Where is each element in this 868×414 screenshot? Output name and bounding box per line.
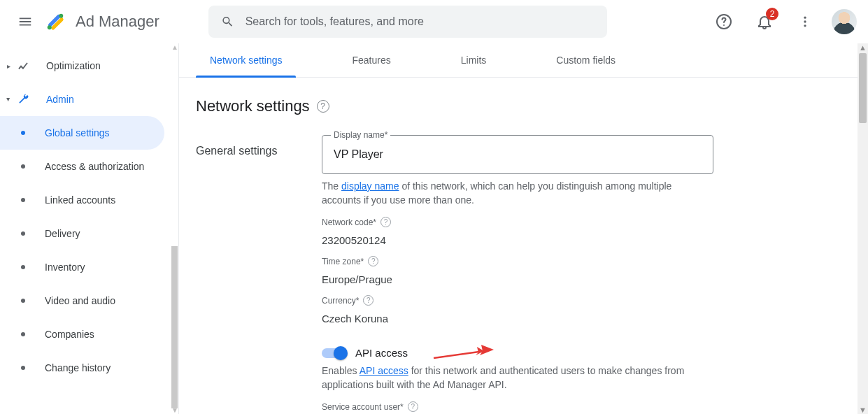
help-icon[interactable]: ?: [380, 217, 391, 227]
search-bar[interactable]: [208, 6, 607, 38]
page-title: Network settings ?: [196, 97, 851, 115]
chevron-right-icon: ▸: [7, 62, 10, 70]
tab-bar: Network settings Features Limits Custom …: [179, 43, 868, 78]
wrench-icon: [15, 93, 31, 106]
tab-custom-fields[interactable]: Custom fields: [542, 43, 629, 77]
sidebar-section-admin[interactable]: ▸ Admin: [0, 83, 178, 116]
sidebar-section-optimization[interactable]: ▸ Optimization: [0, 49, 178, 83]
optimization-icon: [15, 59, 31, 72]
display-name-helper: The display name of this network, which …: [322, 180, 713, 207]
display-name-label: Display name*: [331, 130, 390, 140]
sidebar-item-companies[interactable]: Companies: [0, 317, 164, 351]
page-scrollbar[interactable]: ▲ ▼: [858, 43, 868, 414]
help-icon[interactable]: ?: [408, 401, 418, 412]
svg-point-7: [804, 20, 806, 22]
sidebar-item-linked-accounts[interactable]: Linked accounts: [0, 183, 164, 217]
search-input[interactable]: [244, 15, 595, 29]
sidebar-label: Admin: [46, 94, 74, 105]
ad-manager-logo-icon: [45, 11, 66, 32]
api-access-helper: Enables API access for this network and …: [322, 364, 713, 392]
scroll-up-icon: ▲: [859, 43, 867, 52]
scroll-down-icon: ▼: [859, 406, 867, 414]
svg-point-6: [804, 17, 806, 19]
help-icon[interactable]: ?: [368, 256, 378, 266]
top-bar: Ad Manager 2: [0, 0, 868, 43]
sidebar-item-inventory[interactable]: Inventory: [0, 250, 164, 284]
tab-features[interactable]: Features: [338, 43, 404, 77]
sidebar-scrollbar[interactable]: ▲ ▼: [171, 43, 178, 414]
help-icon: [716, 13, 732, 30]
sidebar-item-access-authorization[interactable]: Access & authorization: [0, 150, 164, 183]
service-account-label: Service account user* ?: [322, 401, 713, 412]
tab-network-settings[interactable]: Network settings: [196, 43, 296, 77]
sidebar-label: Optimization: [46, 60, 101, 71]
svg-point-3: [59, 14, 63, 18]
app-title: Ad Manager: [76, 13, 159, 31]
chevron-down-icon: ▸: [5, 98, 13, 101]
svg-point-5: [723, 24, 725, 26]
page-scroll-thumb[interactable]: [859, 53, 867, 123]
notification-badge: 2: [766, 8, 778, 20]
timezone-label: Time zone* ?: [322, 256, 713, 266]
section-general-settings: General settings: [196, 135, 287, 412]
display-name-input[interactable]: [332, 148, 703, 162]
hamburger-icon: [17, 14, 33, 29]
display-name-field[interactable]: Display name*: [322, 135, 713, 174]
currency-value: Czech Koruna: [322, 313, 713, 324]
timezone-value: Europe/Prague: [322, 273, 713, 285]
api-access-toggle[interactable]: [322, 348, 346, 358]
svg-point-8: [804, 24, 806, 27]
sidebar: ▸ Optimization ▸ Admin Global settings A…: [0, 43, 179, 414]
sidebar-item-global-settings[interactable]: Global settings: [0, 116, 164, 150]
svg-point-2: [48, 25, 52, 29]
notifications-button[interactable]: 2: [750, 8, 778, 36]
help-button[interactable]: [710, 8, 738, 36]
menu-button[interactable]: [11, 8, 39, 36]
display-name-link[interactable]: display name: [341, 180, 399, 192]
top-right-actions: 2: [710, 8, 857, 36]
more-vertical-icon: [798, 15, 812, 29]
currency-label: Currency* ?: [322, 295, 713, 306]
more-button[interactable]: [791, 8, 819, 36]
tab-limits[interactable]: Limits: [447, 43, 501, 77]
scroll-down-icon: ▼: [171, 406, 178, 414]
sidebar-scroll-thumb[interactable]: [171, 246, 178, 408]
sidebar-item-change-history[interactable]: Change history: [0, 351, 164, 385]
search-icon: [221, 15, 234, 29]
network-code-label: Network code* ?: [322, 217, 713, 227]
logo-block[interactable]: Ad Manager: [45, 11, 159, 32]
sidebar-item-delivery[interactable]: Delivery: [0, 217, 164, 250]
main-area: Network settings Features Limits Custom …: [179, 43, 868, 414]
help-icon[interactable]: ?: [363, 295, 373, 306]
account-avatar[interactable]: [832, 9, 857, 34]
sidebar-item-video-audio[interactable]: Video and audio: [0, 284, 164, 317]
network-code-value: 23200520124: [322, 234, 713, 246]
api-access-label: API access: [355, 347, 408, 359]
api-access-link[interactable]: API access: [360, 365, 408, 376]
scroll-up-icon: ▲: [171, 43, 178, 51]
help-icon[interactable]: ?: [317, 100, 329, 113]
